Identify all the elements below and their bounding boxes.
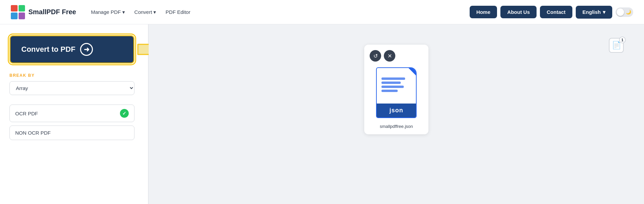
theme-toggle[interactable]: 🌙 (616, 7, 633, 17)
refresh-button[interactable]: ↺ (370, 50, 381, 62)
json-badge: json (377, 104, 416, 117)
language-chevron-icon: ▾ (603, 9, 605, 15)
notification-document-icon: 📄 (612, 41, 621, 50)
main-content: Convert to PDF ➜ BREAK BY Array Object S… (0, 24, 644, 204)
notification-badge-wrapper: 📄 1 (609, 38, 624, 53)
break-by-section: BREAK BY Array Object String Number (9, 73, 139, 95)
file-card: ↺ ✕ json smallpdffree.json (364, 45, 428, 134)
navbar: SmallPDF Free Manage PDF ▾ Convert ▾ PDF… (0, 0, 644, 24)
notification-icon[interactable]: 📄 1 (609, 38, 624, 53)
home-button[interactable]: Home (470, 6, 497, 18)
file-lines (377, 68, 416, 104)
ocr-pdf-label: OCR PDF (15, 111, 38, 116)
convert-to-pdf-button[interactable]: Convert to PDF ➜ (9, 35, 134, 64)
nav-right: Home About Us Contact English ▾ 🌙 (470, 6, 633, 19)
close-button[interactable]: ✕ (384, 50, 395, 62)
logo-cell-purple (19, 13, 25, 19)
nav-manage-pdf[interactable]: Manage PDF ▾ (87, 6, 129, 18)
nav-links: Manage PDF ▾ Convert ▾ PDF Editor (87, 6, 469, 18)
logo-icon (11, 5, 25, 19)
moon-icon: 🌙 (626, 9, 631, 15)
break-by-select[interactable]: Array Object String Number (9, 81, 134, 95)
convert-btn-label: Convert to PDF (21, 45, 75, 54)
right-panel: ↺ ✕ json smallpdffree.json (149, 24, 644, 204)
logo-cell-green (19, 5, 25, 12)
file-line-3 (381, 86, 404, 88)
nav-convert[interactable]: Convert ▾ (130, 6, 160, 18)
logo-title: SmallPDF Free (28, 8, 76, 16)
manage-pdf-label: Manage PDF (91, 9, 121, 15)
ocr-options: OCR PDF ✓ NON OCR PDF (9, 105, 139, 140)
json-file-icon: json (376, 67, 417, 118)
convert-label: Convert (134, 9, 152, 15)
file-card-actions: ↺ ✕ (370, 50, 395, 62)
file-line-4 (381, 90, 398, 92)
language-label: English (583, 9, 601, 15)
convert-chevron-icon: ▾ (153, 9, 156, 15)
ocr-pdf-option[interactable]: OCR PDF ✓ (9, 105, 134, 122)
toggle-thumb (617, 8, 624, 16)
notification-count: 1 (619, 37, 626, 43)
contact-button[interactable]: Contact (540, 6, 572, 18)
logo-cell-red (11, 5, 18, 12)
break-by-label: BREAK BY (9, 73, 139, 78)
about-us-button[interactable]: About Us (500, 6, 537, 18)
logo: SmallPDF Free (11, 5, 76, 19)
manage-pdf-chevron-icon: ▾ (122, 9, 125, 15)
logo-cell-blue (11, 13, 18, 19)
non-ocr-pdf-option[interactable]: NON OCR PDF (9, 126, 134, 140)
non-ocr-pdf-label: NON OCR PDF (15, 130, 51, 136)
file-icon-wrap: json (374, 66, 418, 120)
left-panel: Convert to PDF ➜ BREAK BY Array Object S… (0, 24, 149, 204)
file-line-2 (381, 82, 401, 84)
language-button[interactable]: English ▾ (576, 6, 612, 19)
convert-btn-section: Convert to PDF ➜ (9, 35, 139, 64)
convert-arrow-icon: ➜ (80, 43, 93, 56)
nav-pdf-editor[interactable]: PDF Editor (162, 6, 194, 18)
pdf-editor-label: PDF Editor (166, 9, 190, 15)
file-name: smallpdffree.json (380, 124, 413, 129)
ocr-check-icon: ✓ (120, 109, 129, 118)
file-line-1 (381, 77, 405, 80)
